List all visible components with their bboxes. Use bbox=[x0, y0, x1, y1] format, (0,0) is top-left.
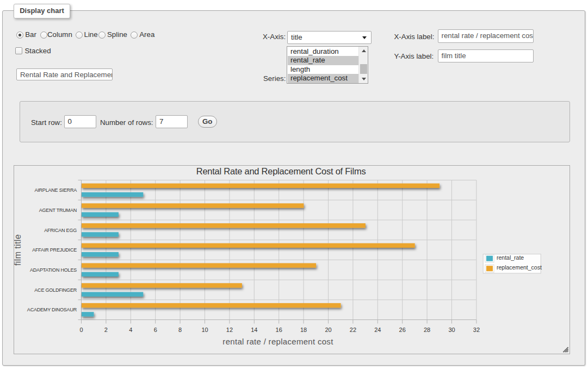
svg-text:2: 2 bbox=[104, 327, 108, 333]
svg-text:22: 22 bbox=[350, 327, 356, 333]
svg-text:ACE GOLDFINGER: ACE GOLDFINGER bbox=[34, 287, 77, 292]
svg-text:0: 0 bbox=[79, 327, 83, 333]
svg-text:26: 26 bbox=[399, 327, 406, 333]
svg-text:10: 10 bbox=[201, 327, 208, 333]
svg-text:AFFAIR PREJUDICE: AFFAIR PREJUDICE bbox=[32, 247, 77, 253]
svg-text:ACADEMY DINOSAUR: ACADEMY DINOSAUR bbox=[27, 307, 77, 312]
svg-text:AIRPLANE SIERRA: AIRPLANE SIERRA bbox=[34, 187, 77, 193]
svg-text:ADAPTATION HOLES: ADAPTATION HOLES bbox=[30, 267, 77, 272]
svg-text:24: 24 bbox=[374, 327, 381, 333]
svg-text:AGENT TRUMAN: AGENT TRUMAN bbox=[39, 207, 77, 212]
svg-text:16: 16 bbox=[276, 327, 282, 333]
svg-text:20: 20 bbox=[325, 327, 331, 333]
svg-text:film title: film title bbox=[14, 234, 22, 265]
svg-text:Rental Rate and Replacement Co: Rental Rate and Replacement Cost of Film… bbox=[196, 166, 366, 176]
svg-text:rental rate / replacement cost: rental rate / replacement cost bbox=[222, 336, 333, 346]
svg-text:4: 4 bbox=[129, 327, 132, 333]
svg-text:32: 32 bbox=[473, 327, 480, 333]
svg-text:8: 8 bbox=[178, 327, 182, 333]
svg-text:replacement_cost: replacement_cost bbox=[497, 264, 542, 271]
svg-text:18: 18 bbox=[300, 327, 307, 333]
svg-text:12: 12 bbox=[226, 327, 233, 333]
svg-text:AFRICAN EGG: AFRICAN EGG bbox=[44, 227, 77, 233]
svg-text:6: 6 bbox=[154, 327, 157, 333]
svg-text:28: 28 bbox=[424, 327, 430, 333]
svg-text:30: 30 bbox=[448, 327, 455, 333]
svg-text:14: 14 bbox=[251, 327, 257, 333]
svg-text:rental_rate: rental_rate bbox=[497, 254, 524, 260]
